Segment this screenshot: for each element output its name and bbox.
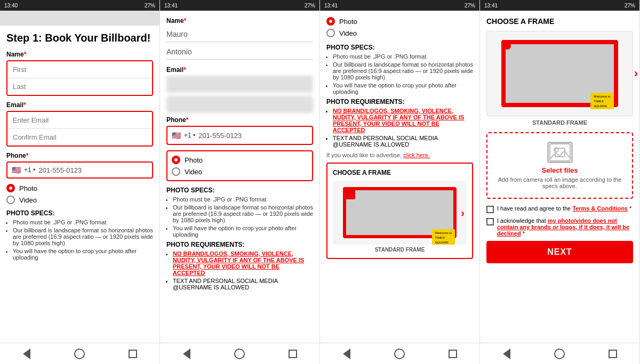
video-radio-empty-2 xyxy=(172,167,180,176)
panel1-content: Step 1: Book Your Billboard! Name* Email… xyxy=(0,26,159,343)
nav-recent-3[interactable] xyxy=(446,347,459,360)
frame-label-3: STANDARD FRAME xyxy=(333,247,467,253)
nav-home-1[interactable] xyxy=(73,347,86,360)
spec-3-2: Our billboard is landscape format so hor… xyxy=(333,61,473,80)
upload-box-4[interactable]: Select files Add from camera roll an ima… xyxy=(486,132,633,199)
nav-home-3[interactable] xyxy=(393,347,406,360)
red-frame-4: Welcome toTIMESSQUARE xyxy=(501,40,618,107)
photo-radio-3[interactable]: Photo xyxy=(326,17,473,26)
next-button[interactable]: NEXT xyxy=(486,241,633,263)
svg-point-1 xyxy=(554,148,558,152)
phone-input-1[interactable]: 🇺🇸 +1 • 201-555-0123 xyxy=(6,161,153,179)
frame-corner-tl-3 xyxy=(345,189,355,199)
nav-back-2[interactable] xyxy=(180,347,193,360)
photo-radio-1[interactable]: Photo xyxy=(6,184,153,192)
choose-frame-section-3: CHOOSE A FRAME Welcome toTIMESSQUARE › S… xyxy=(326,163,473,259)
spec-item-1-2: Our billboard is landscape format so hor… xyxy=(13,227,153,246)
nav-bar-3 xyxy=(320,343,479,364)
name-label-2: Name* xyxy=(166,17,313,25)
video-radio-empty-1 xyxy=(6,196,15,204)
photo-radio-selected-2 xyxy=(172,156,180,164)
flag-icon-2: 🇺🇸 xyxy=(172,131,181,140)
panel2-content: Name* Email* Phone* 🇺🇸 +1 • 201-555-0123… xyxy=(160,11,319,343)
click-here-link-3[interactable]: click here. xyxy=(403,152,430,158)
chevron-right-4[interactable]: › xyxy=(634,67,638,80)
spec-2-2: Our billboard is landscape format so hor… xyxy=(173,204,313,223)
photo-radio-2[interactable]: Photo xyxy=(172,156,308,164)
req-normal-3: TEXT AND PERSONAL SOCIAL MEDIA @USERNAME… xyxy=(333,135,473,148)
confirm-email-input[interactable] xyxy=(7,129,152,145)
battery-2: 27% xyxy=(305,3,315,9)
photo-label-1: Photo xyxy=(19,184,37,192)
media-radio-group-3: Photo Video xyxy=(326,17,473,37)
red-frame-3: Welcome toTIMESSQUARE xyxy=(343,187,457,238)
checkbox-row-1: I have read and agree to the Terms & Con… xyxy=(486,205,633,213)
battery-1: 27% xyxy=(145,3,155,9)
email-label-1: Email* xyxy=(6,101,153,109)
frame-corner-4 xyxy=(503,42,511,50)
name-input-group[interactable] xyxy=(6,60,153,96)
spec-3-3: You will have the option to crop your ph… xyxy=(333,82,473,95)
video-radio-empty-3 xyxy=(326,29,335,37)
req-red-2: NO BRAND/LOGOS, SMOKING, VIOLENCE, NUDIT… xyxy=(173,250,304,276)
frame-badge-3: Welcome toTIMESSQUARE xyxy=(432,229,455,245)
confirm-email-blurred-2 xyxy=(166,96,313,113)
nav-bar-2 xyxy=(160,343,319,364)
video-radio-1[interactable]: Video xyxy=(6,196,153,204)
frame-badge-4: Welcome toTIMESSQUARE xyxy=(590,93,614,109)
photo-specs-title-2: PHOTO SPECS: xyxy=(166,187,313,194)
phone-number-2: 201-555-0123 xyxy=(198,132,308,140)
first-name-2[interactable] xyxy=(166,27,313,42)
step-title: Step 1: Book Your Billboard! xyxy=(6,32,153,44)
battery-3: 27% xyxy=(465,3,475,9)
upload-desc-4: Add from camera roll an image according … xyxy=(496,176,623,189)
photo-req-list-2: NO BRAND/LOGOS, SMOKING, VIOLENCE, NUDIT… xyxy=(166,250,313,290)
photo-specs-list-3: Photo must be .JPG or .PNG format Our bi… xyxy=(326,53,473,95)
battery-4: 27% xyxy=(625,3,635,9)
choose-frame-title-4: CHOOSE A FRAME xyxy=(486,17,633,26)
nav-recent-4[interactable] xyxy=(606,347,619,360)
photo-specs-list-2: Photo must be .JPG or .PNG format Our bi… xyxy=(166,196,313,238)
select-files-link-4[interactable]: Select files xyxy=(542,166,578,174)
status-bar-3: 13:41 27% xyxy=(320,0,479,11)
video-radio-2[interactable]: Video xyxy=(172,167,308,176)
frame-wrapper-4: Welcome toTIMESSQUARE › xyxy=(486,31,633,116)
spec-2-3: You will have the option to crop your ph… xyxy=(173,225,313,238)
nav-back-4[interactable] xyxy=(500,347,513,360)
photo-label-2: Photo xyxy=(185,156,203,164)
video-radio-3[interactable]: Video xyxy=(326,29,473,37)
photo-radio-selected-3 xyxy=(326,17,335,26)
nav-home-2[interactable] xyxy=(233,347,246,360)
phone-input-2[interactable]: 🇺🇸 +1 • 201-555-0123 xyxy=(166,126,313,145)
frame-label-4: STANDARD FRAME xyxy=(486,119,633,126)
email-input-group[interactable] xyxy=(6,111,153,147)
video-label-3: Video xyxy=(339,29,357,37)
phone-label-2: Phone* xyxy=(166,116,313,124)
first-name-input[interactable] xyxy=(7,61,152,78)
time-4: 13:41 xyxy=(484,3,498,9)
nav-recent-1[interactable] xyxy=(126,347,139,360)
phone-number-1: 201-555-0123 xyxy=(38,166,148,174)
enter-email-input[interactable] xyxy=(7,112,152,129)
time-3: 13:41 xyxy=(324,3,338,9)
nav-back-1[interactable] xyxy=(20,347,33,360)
nav-recent-2[interactable] xyxy=(286,347,299,360)
phone-panel-4: 13:41 27% CHOOSE A FRAME Welcome toTIMES… xyxy=(480,0,640,364)
req-red-3: NO BRAND/LOGOS, SMOKING, VIOLENCE, NUDIT… xyxy=(333,108,464,133)
time-1: 13:40 xyxy=(4,3,18,9)
checkbox-1[interactable] xyxy=(486,206,494,213)
nav-home-4[interactable] xyxy=(553,347,566,360)
frame-container-4: Welcome toTIMESSQUARE › xyxy=(486,31,633,116)
nav-back-3[interactable] xyxy=(340,347,353,360)
name-label-1: Name* xyxy=(6,51,153,58)
frame-inner-3: Welcome toTIMESSQUARE xyxy=(333,181,467,245)
checkbox-2[interactable] xyxy=(486,218,494,225)
terms-link[interactable]: Terms & Conditions xyxy=(572,205,628,212)
spec-2-1: Photo must be .JPG or .PNG format xyxy=(173,196,313,203)
chevron-right-3[interactable]: › xyxy=(461,207,465,219)
panel3-content: Photo Video PHOTO SPECS: Photo must be .… xyxy=(320,11,479,343)
last-name-2[interactable] xyxy=(166,44,313,60)
photo-specs-title-3: PHOTO SPECS: xyxy=(326,44,473,51)
checkbox-row-2: I acknowledge that my photo/video does n… xyxy=(486,217,633,237)
last-name-input[interactable] xyxy=(7,78,152,95)
